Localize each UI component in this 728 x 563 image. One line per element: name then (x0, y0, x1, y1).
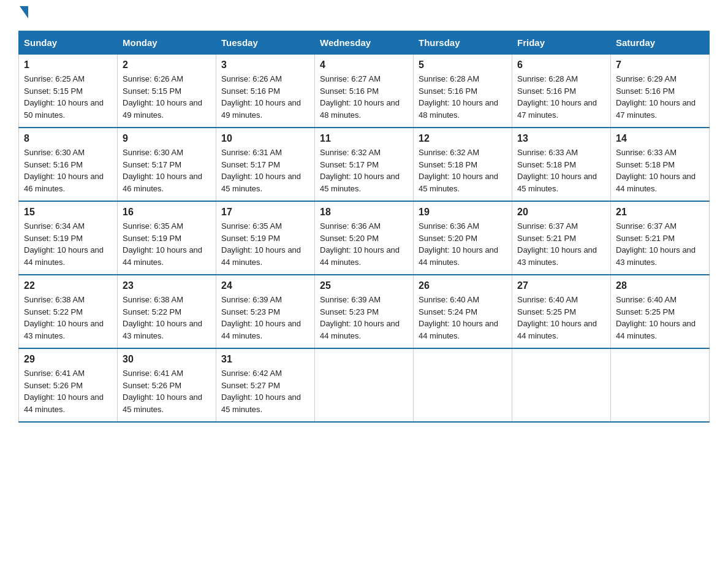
calendar-cell: 4 Sunrise: 6:27 AMSunset: 5:16 PMDayligh… (315, 55, 414, 128)
day-number: 21 (616, 207, 704, 218)
day-number: 17 (221, 207, 309, 218)
calendar-cell: 15 Sunrise: 6:34 AMSunset: 5:19 PMDaylig… (19, 201, 118, 275)
calendar-cell: 27 Sunrise: 6:40 AMSunset: 5:25 PMDaylig… (512, 275, 611, 348)
day-info: Sunrise: 6:30 AMSunset: 5:16 PMDaylight:… (24, 148, 104, 193)
calendar-cell: 28 Sunrise: 6:40 AMSunset: 5:25 PMDaylig… (611, 275, 710, 348)
day-number: 7 (616, 59, 704, 71)
calendar-cell: 3 Sunrise: 6:26 AMSunset: 5:16 PMDayligh… (216, 55, 315, 128)
day-number: 20 (517, 207, 605, 218)
day-info: Sunrise: 6:26 AMSunset: 5:15 PMDaylight:… (123, 74, 202, 120)
logo-arrow-icon (20, 6, 28, 18)
header-monday: Monday (118, 31, 216, 55)
day-number: 11 (320, 133, 408, 144)
day-info: Sunrise: 6:40 AMSunset: 5:25 PMDaylight:… (517, 295, 597, 340)
day-number: 5 (419, 59, 507, 71)
calendar-cell: 25 Sunrise: 6:39 AMSunset: 5:23 PMDaylig… (315, 275, 414, 348)
day-number: 23 (123, 280, 211, 291)
day-number: 25 (320, 280, 408, 291)
day-number: 4 (320, 59, 408, 71)
calendar-cell: 30 Sunrise: 6:41 AMSunset: 5:26 PMDaylig… (118, 348, 216, 422)
day-info: Sunrise: 6:38 AMSunset: 5:22 PMDaylight:… (123, 295, 202, 340)
day-info: Sunrise: 6:28 AMSunset: 5:16 PMDaylight:… (419, 74, 498, 120)
day-info: Sunrise: 6:37 AMSunset: 5:21 PMDaylight:… (517, 221, 597, 267)
calendar-cell: 13 Sunrise: 6:33 AMSunset: 5:18 PMDaylig… (512, 128, 611, 201)
day-info: Sunrise: 6:34 AMSunset: 5:19 PMDaylight:… (24, 221, 104, 267)
day-number: 16 (123, 207, 211, 218)
logo (18, 12, 28, 18)
calendar-cell: 6 Sunrise: 6:28 AMSunset: 5:16 PMDayligh… (512, 55, 611, 128)
day-info: Sunrise: 6:38 AMSunset: 5:22 PMDaylight:… (24, 295, 104, 340)
calendar-week-row: 1 Sunrise: 6:25 AMSunset: 5:15 PMDayligh… (19, 55, 710, 128)
calendar-cell: 21 Sunrise: 6:37 AMSunset: 5:21 PMDaylig… (611, 201, 710, 275)
day-info: Sunrise: 6:33 AMSunset: 5:18 PMDaylight:… (616, 148, 696, 193)
day-info: Sunrise: 6:28 AMSunset: 5:16 PMDaylight:… (517, 74, 597, 120)
calendar-week-row: 29 Sunrise: 6:41 AMSunset: 5:26 PMDaylig… (19, 348, 710, 422)
day-number: 28 (616, 280, 704, 291)
day-number: 19 (419, 207, 507, 218)
day-info: Sunrise: 6:42 AMSunset: 5:27 PMDaylight:… (221, 369, 301, 414)
day-info: Sunrise: 6:33 AMSunset: 5:18 PMDaylight:… (517, 148, 597, 193)
calendar-week-row: 8 Sunrise: 6:30 AMSunset: 5:16 PMDayligh… (19, 128, 710, 201)
day-number: 18 (320, 207, 408, 218)
day-info: Sunrise: 6:36 AMSunset: 5:20 PMDaylight:… (320, 221, 400, 267)
day-info: Sunrise: 6:35 AMSunset: 5:19 PMDaylight:… (221, 221, 301, 267)
day-info: Sunrise: 6:37 AMSunset: 5:21 PMDaylight:… (616, 221, 696, 267)
calendar-cell: 19 Sunrise: 6:36 AMSunset: 5:20 PMDaylig… (414, 201, 512, 275)
day-info: Sunrise: 6:41 AMSunset: 5:26 PMDaylight:… (123, 369, 202, 414)
calendar-cell: 9 Sunrise: 6:30 AMSunset: 5:17 PMDayligh… (118, 128, 216, 201)
page-header (18, 12, 710, 18)
day-info: Sunrise: 6:30 AMSunset: 5:17 PMDaylight:… (123, 148, 202, 193)
day-number: 30 (123, 354, 211, 365)
calendar-cell (611, 348, 710, 422)
calendar-table: SundayMondayTuesdayWednesdayThursdayFrid… (18, 31, 710, 423)
calendar-cell: 14 Sunrise: 6:33 AMSunset: 5:18 PMDaylig… (611, 128, 710, 201)
calendar-cell: 11 Sunrise: 6:32 AMSunset: 5:17 PMDaylig… (315, 128, 414, 201)
calendar-cell (414, 348, 512, 422)
day-info: Sunrise: 6:40 AMSunset: 5:25 PMDaylight:… (616, 295, 696, 340)
day-number: 2 (123, 59, 211, 71)
day-info: Sunrise: 6:39 AMSunset: 5:23 PMDaylight:… (320, 295, 400, 340)
calendar-cell: 24 Sunrise: 6:39 AMSunset: 5:23 PMDaylig… (216, 275, 315, 348)
day-number: 9 (123, 133, 211, 144)
day-info: Sunrise: 6:36 AMSunset: 5:20 PMDaylight:… (419, 221, 498, 267)
calendar-cell: 2 Sunrise: 6:26 AMSunset: 5:15 PMDayligh… (118, 55, 216, 128)
day-info: Sunrise: 6:29 AMSunset: 5:16 PMDaylight:… (616, 74, 696, 120)
header-sunday: Sunday (19, 31, 118, 55)
day-number: 12 (419, 133, 507, 144)
day-info: Sunrise: 6:41 AMSunset: 5:26 PMDaylight:… (24, 369, 104, 414)
calendar-cell: 8 Sunrise: 6:30 AMSunset: 5:16 PMDayligh… (19, 128, 118, 201)
calendar-week-row: 22 Sunrise: 6:38 AMSunset: 5:22 PMDaylig… (19, 275, 710, 348)
calendar-cell: 26 Sunrise: 6:40 AMSunset: 5:24 PMDaylig… (414, 275, 512, 348)
calendar-cell: 22 Sunrise: 6:38 AMSunset: 5:22 PMDaylig… (19, 275, 118, 348)
header-thursday: Thursday (414, 31, 512, 55)
header-friday: Friday (512, 31, 611, 55)
day-info: Sunrise: 6:40 AMSunset: 5:24 PMDaylight:… (419, 295, 498, 340)
day-number: 13 (517, 133, 605, 144)
header-wednesday: Wednesday (315, 31, 414, 55)
calendar-cell: 12 Sunrise: 6:32 AMSunset: 5:18 PMDaylig… (414, 128, 512, 201)
day-number: 14 (616, 133, 704, 144)
day-number: 26 (419, 280, 507, 291)
day-number: 3 (221, 59, 309, 71)
calendar-cell: 7 Sunrise: 6:29 AMSunset: 5:16 PMDayligh… (611, 55, 710, 128)
day-info: Sunrise: 6:35 AMSunset: 5:19 PMDaylight:… (123, 221, 202, 267)
day-info: Sunrise: 6:27 AMSunset: 5:16 PMDaylight:… (320, 74, 400, 120)
calendar-cell: 29 Sunrise: 6:41 AMSunset: 5:26 PMDaylig… (19, 348, 118, 422)
calendar-cell: 18 Sunrise: 6:36 AMSunset: 5:20 PMDaylig… (315, 201, 414, 275)
day-number: 27 (517, 280, 605, 291)
calendar-header-row: SundayMondayTuesdayWednesdayThursdayFrid… (19, 31, 710, 55)
calendar-cell: 31 Sunrise: 6:42 AMSunset: 5:27 PMDaylig… (216, 348, 315, 422)
day-info: Sunrise: 6:31 AMSunset: 5:17 PMDaylight:… (221, 148, 301, 193)
calendar-cell: 20 Sunrise: 6:37 AMSunset: 5:21 PMDaylig… (512, 201, 611, 275)
calendar-cell: 1 Sunrise: 6:25 AMSunset: 5:15 PMDayligh… (19, 55, 118, 128)
day-number: 10 (221, 133, 309, 144)
day-number: 22 (24, 280, 112, 291)
day-info: Sunrise: 6:26 AMSunset: 5:16 PMDaylight:… (221, 74, 301, 120)
calendar-cell: 17 Sunrise: 6:35 AMSunset: 5:19 PMDaylig… (216, 201, 315, 275)
day-number: 8 (24, 133, 112, 144)
calendar-cell: 16 Sunrise: 6:35 AMSunset: 5:19 PMDaylig… (118, 201, 216, 275)
header-saturday: Saturday (611, 31, 710, 55)
day-number: 29 (24, 354, 112, 365)
day-info: Sunrise: 6:32 AMSunset: 5:17 PMDaylight:… (320, 148, 400, 193)
day-info: Sunrise: 6:39 AMSunset: 5:23 PMDaylight:… (221, 295, 301, 340)
